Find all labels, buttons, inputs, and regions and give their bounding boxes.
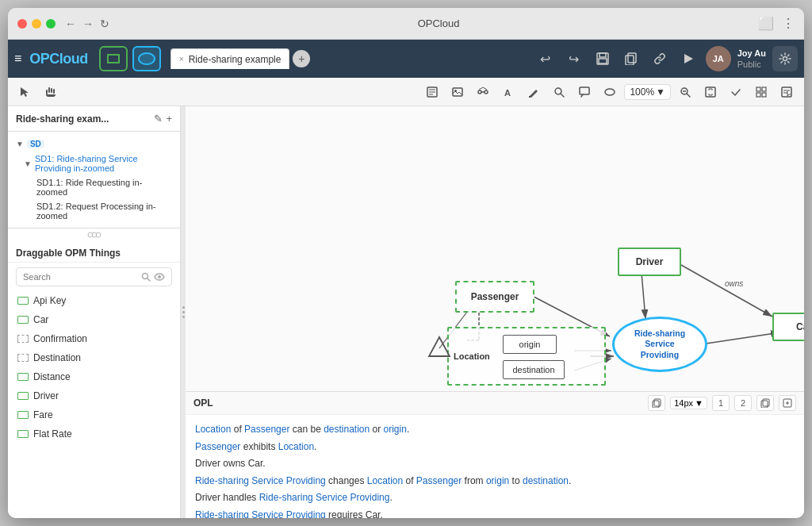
link-button[interactable] [649, 48, 671, 70]
save-button[interactable] [592, 48, 614, 70]
minimize-button[interactable] [32, 19, 41, 29]
back-icon[interactable]: ← [65, 17, 76, 30]
rectangle-tool[interactable] [99, 46, 128, 71]
pan-tool[interactable] [40, 81, 62, 103]
close-button[interactable] [17, 19, 27, 29]
opl-copy2-btn[interactable] [756, 395, 774, 411]
zoom-out-button[interactable] [674, 81, 696, 103]
run-button[interactable] [677, 48, 699, 70]
svg-line-50 [681, 265, 772, 317]
origin-node[interactable]: origin [503, 335, 557, 354]
destination-node[interactable]: destination [503, 360, 565, 379]
connect-tool[interactable] [472, 81, 494, 103]
menu-button[interactable]: ≡ [14, 52, 21, 66]
list-item[interactable]: Confirmation [8, 329, 180, 348]
canvas-area: Passenger Driver Car Ride-sharing Servic… [186, 106, 804, 518]
opl-btn1[interactable]: 1 [712, 395, 730, 411]
svg-rect-33 [762, 87, 766, 91]
svg-rect-11 [51, 88, 52, 93]
search-input[interactable] [23, 272, 138, 282]
refresh-icon[interactable]: ↻ [100, 17, 109, 30]
diagram-canvas[interactable]: Passenger Driver Car Ride-sharing Servic… [186, 106, 804, 391]
fit-page-button[interactable] [699, 81, 722, 103]
svg-marker-9 [21, 87, 29, 97]
zoom-control[interactable]: 100% ▼ [624, 84, 671, 100]
page-title: OPCloud [119, 17, 758, 29]
list-item[interactable]: Driver [8, 386, 180, 405]
redo-button[interactable]: ↪ [563, 48, 585, 70]
opl-expand-btn[interactable] [779, 395, 796, 411]
logo: OPCloud [29, 51, 88, 67]
add-item-icon[interactable]: + [166, 113, 172, 125]
sidebar-item-sd1[interactable]: ▼ SD1: Ride-sharing Service Providing in… [8, 152, 180, 175]
sidebar-title: Ride-sharing exam... [16, 113, 154, 125]
edit-icon[interactable]: ✎ [154, 113, 163, 125]
list-item[interactable]: Car [8, 310, 180, 329]
sidebar-item-sd1-2[interactable]: SD1.2: Request Processing in-zoomed [8, 199, 180, 223]
collapse-button[interactable] [8, 228, 180, 241]
svg-rect-61 [763, 399, 769, 406]
item-label: Flat Rate [33, 428, 72, 440]
opl-copy-btn[interactable] [648, 395, 665, 411]
list-item[interactable]: Flat Rate [8, 424, 180, 443]
note-tool[interactable] [421, 81, 443, 103]
copy-button[interactable] [620, 48, 642, 70]
origin-label: origin [519, 340, 541, 349]
extensions-icon[interactable]: ⬜ [758, 16, 774, 31]
check-button[interactable] [725, 81, 747, 103]
svg-line-49 [642, 273, 645, 319]
tree-section-sd: ▼ SD [8, 136, 180, 152]
grid-button[interactable] [750, 81, 772, 103]
title-right: ⬜ ⋮ [758, 16, 795, 31]
passenger-label: Passenger [471, 291, 519, 302]
rect-icon [17, 373, 29, 381]
traffic-lights [17, 19, 56, 29]
car-label: Car [796, 321, 804, 332]
car-node[interactable]: Car [772, 313, 804, 341]
drag-list: Api Key Car Confirmation Destination Dis… [8, 291, 180, 518]
add-tab-button[interactable]: + [293, 50, 310, 67]
list-item[interactable]: Fare [8, 405, 180, 424]
undo-button[interactable]: ↩ [534, 48, 557, 70]
search-box[interactable] [16, 267, 172, 286]
svg-line-43 [147, 278, 151, 282]
driver-node[interactable]: Driver [618, 248, 681, 276]
text-tool[interactable]: A [497, 81, 519, 103]
list-item[interactable]: Destination [8, 348, 180, 367]
diagram-tab[interactable]: × Ride-sharing example [170, 48, 290, 69]
item-label: Confirmation [33, 333, 87, 344]
svg-rect-32 [756, 87, 760, 91]
user-info: Joy Au Public [737, 48, 766, 71]
search-tool[interactable] [548, 81, 570, 103]
zoom-dropdown-icon: ▼ [656, 86, 665, 98]
avatar: JA [706, 46, 731, 71]
ellipse-tool[interactable] [132, 46, 161, 71]
sidebar-item-sd1-1[interactable]: SD1.1: Ride Requesting in-zoomed [8, 175, 180, 199]
cursor-tool[interactable] [14, 81, 36, 103]
ride-sharing-node[interactable]: Ride-sharing Service Providing [612, 317, 707, 372]
list-item[interactable]: Distance [8, 367, 180, 386]
title-bar: ← → ↻ OPCloud ⬜ ⋮ [8, 8, 804, 40]
settings-button[interactable] [772, 46, 798, 71]
opl-font-size[interactable]: 14px ▼ [670, 397, 707, 409]
image-tool[interactable] [446, 81, 469, 103]
pen-tool[interactable] [523, 81, 545, 103]
comment-tool[interactable] [573, 81, 596, 103]
svg-rect-59 [654, 399, 661, 406]
opl-title: OPL [193, 397, 213, 409]
expand-arrow-sd1[interactable]: ▼ [24, 159, 32, 168]
rect-icon [17, 316, 29, 324]
passenger-node[interactable]: Passenger [455, 281, 534, 313]
list-item[interactable]: Api Key [8, 291, 180, 310]
browser-menu-icon[interactable]: ⋮ [782, 16, 795, 31]
forward-icon[interactable]: → [82, 17, 94, 30]
svg-rect-35 [762, 93, 766, 97]
location-node[interactable]: Location origin destination [447, 327, 606, 386]
eye-icon[interactable] [154, 271, 165, 282]
tab-close-icon[interactable]: × [179, 55, 184, 63]
opl-btn2[interactable]: 2 [734, 395, 752, 411]
maximize-button[interactable] [46, 19, 56, 29]
ellipse-shape-tool[interactable] [599, 81, 621, 103]
properties-button[interactable] [776, 81, 798, 103]
expand-arrow-sd[interactable]: ▼ [16, 140, 24, 148]
